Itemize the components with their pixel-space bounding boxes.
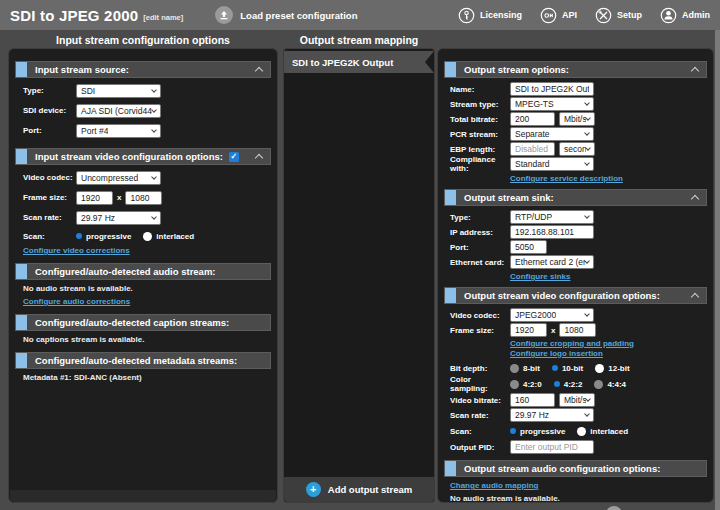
pcr-stream-select[interactable]: Separate	[510, 127, 594, 141]
section-title: Configured/auto-detected audio stream:	[35, 266, 216, 277]
section-output-audio-config[interactable]: Output stream audio configuration option…	[444, 460, 707, 477]
video-bitrate-unit-select[interactable]: Mbit/s	[559, 393, 595, 407]
section-audio-stream[interactable]: Configured/auto-detected audio stream:	[15, 263, 271, 280]
nav-admin[interactable]: Admin	[660, 7, 710, 24]
section-input-video-config[interactable]: Input stream video configuration options…	[15, 148, 271, 165]
frame-height-input[interactable]	[125, 191, 162, 205]
radio-output-interlaced[interactable]: interlaced	[577, 427, 628, 436]
chevron-down-icon	[585, 396, 591, 402]
stream-type-select[interactable]: MPEG-TS	[510, 97, 594, 111]
no-captions-note: No captions stream is available.	[23, 335, 269, 344]
section-caption-streams[interactable]: Configured/auto-detected caption streams…	[15, 314, 271, 331]
nav-setup[interactable]: Setup	[595, 7, 642, 24]
section-output-sink[interactable]: Output stream sink:	[444, 189, 707, 206]
chevron-down-icon	[584, 311, 590, 317]
ebp-unit-select[interactable]: seconds	[559, 142, 595, 156]
nav-licensing[interactable]: Licensing	[458, 7, 522, 24]
output-frame-height-input[interactable]	[559, 323, 596, 337]
configure-video-corrections-link[interactable]: Configure video corrections	[23, 246, 130, 255]
scan-rate-select[interactable]: 29.97 Hz	[76, 211, 161, 225]
radio-disabled-icon	[510, 380, 519, 389]
user-icon	[660, 7, 677, 24]
nav-api[interactable]: API	[540, 7, 577, 24]
section-accent-square	[445, 460, 456, 477]
configure-service-description-link[interactable]: Configure service description	[510, 174, 623, 183]
input-type-select[interactable]: SDI	[76, 84, 161, 98]
field-label: Color sampling:	[450, 375, 510, 393]
output-name-input[interactable]	[510, 82, 594, 96]
compliance-select[interactable]: Standard	[510, 157, 594, 171]
sdi-device-select[interactable]: AJA SDI (Corvid44-8K - i	[76, 104, 161, 118]
change-audio-mapping-link[interactable]: Change audio mapping	[450, 481, 538, 490]
output-video-codec-select[interactable]: JPEG2000	[510, 308, 594, 322]
chevron-down-icon	[584, 258, 590, 264]
ebp-length-input[interactable]	[510, 142, 555, 156]
select-value: Uncompressed	[81, 173, 138, 183]
output-pid-input[interactable]	[510, 440, 594, 454]
nav-setup-label: Setup	[617, 10, 642, 20]
radio-disabled-icon	[510, 364, 519, 373]
field-output-video-codec: Video codec: JPEG2000	[450, 308, 705, 322]
radio-disabled-icon	[594, 380, 603, 389]
field-output-scan-mode: Scan: progressive interlaced	[450, 425, 705, 437]
nav-api-label: API	[562, 10, 577, 20]
collapse-chevron-icon[interactable]	[255, 154, 263, 162]
collapse-chevron-icon[interactable]	[255, 67, 263, 75]
field-pcr-stream: PCR stream: Separate	[450, 127, 705, 141]
section-input-stream-source[interactable]: Input stream source:	[15, 61, 271, 78]
section-title: Output stream audio configuration option…	[464, 463, 660, 474]
radio-444[interactable]: 4:4:4	[594, 380, 626, 389]
output-frame-width-input[interactable]	[510, 323, 547, 337]
total-bitrate-input[interactable]	[510, 112, 555, 126]
video-codec-select[interactable]: Uncompressed	[76, 171, 161, 185]
output-stream-list-item[interactable]: SDI to JPEG2K Output	[284, 51, 434, 73]
bitrate-unit-select[interactable]: Mbit/s	[559, 112, 595, 126]
chevron-down-icon	[584, 100, 590, 106]
input-column-title: Input stream configuration options	[8, 34, 278, 46]
load-preset-button[interactable]: Load preset configuration	[215, 6, 357, 24]
section-metadata-streams[interactable]: Configured/auto-detected metadata stream…	[15, 352, 271, 369]
video-bitrate-input[interactable]	[510, 393, 555, 407]
add-output-stream-button[interactable]: + Add output stream	[284, 477, 434, 502]
ethernet-card-select[interactable]: Ethernet card 2 (eno2, 1	[510, 255, 594, 269]
output-scan-rate-select[interactable]: 29.97 Hz	[510, 408, 594, 422]
mapping-column-title: Output stream mapping	[283, 34, 435, 46]
radio-12bit[interactable]: 12-bit	[595, 364, 629, 373]
configure-sinks-link[interactable]: Configure sinks	[510, 272, 570, 281]
nav-licensing-label: Licensing	[480, 10, 522, 20]
radio-output-progressive[interactable]: progressive	[510, 427, 565, 436]
section-output-video-config[interactable]: Output stream video configuration option…	[444, 287, 707, 304]
section-output-options[interactable]: Output stream options:	[444, 61, 707, 78]
select-value: 29.97 Hz	[81, 213, 115, 223]
configure-cropping-padding-link[interactable]: Configure cropping and padding	[510, 339, 634, 348]
radio-selected-icon	[510, 428, 516, 434]
radio-label: progressive	[86, 232, 131, 241]
radio-10bit[interactable]: 10-bit	[552, 364, 583, 373]
frame-width-input[interactable]	[76, 191, 113, 205]
radio-progressive[interactable]: progressive	[76, 232, 131, 241]
collapse-chevron-icon[interactable]	[691, 195, 699, 203]
video-config-checkbox[interactable]: ✓	[229, 152, 239, 162]
section-accent-square	[16, 148, 27, 165]
radio-selected-icon	[552, 365, 558, 371]
collapse-chevron-icon[interactable]	[691, 67, 699, 75]
collapse-chevron-icon[interactable]	[691, 293, 699, 301]
edit-name-link[interactable]: [edit name]	[143, 13, 183, 22]
input-port-select[interactable]: Port #4	[76, 124, 161, 138]
sink-type-select[interactable]: RTP/UDP	[510, 210, 594, 224]
select-value: Standard	[515, 159, 550, 169]
field-label: IP address:	[450, 228, 510, 237]
configure-audio-corrections-link[interactable]: Configure audio corrections	[23, 297, 130, 306]
field-label: SDI device:	[23, 106, 76, 115]
configure-logo-insertion-link[interactable]: Configure logo insertion	[510, 349, 603, 358]
sink-port-input[interactable]	[510, 240, 547, 254]
field-label: Type:	[450, 213, 510, 222]
field-label: Scan:	[450, 427, 510, 436]
radio-420[interactable]: 4:2:0	[510, 380, 542, 389]
ip-address-input[interactable]	[510, 225, 594, 239]
vertical-scrollbar[interactable]	[715, 30, 720, 510]
radio-label: interlaced	[156, 232, 194, 241]
radio-interlaced[interactable]: interlaced	[143, 232, 194, 241]
radio-422[interactable]: 4:2:2	[554, 380, 583, 389]
radio-8bit[interactable]: 8-bit	[510, 364, 540, 373]
